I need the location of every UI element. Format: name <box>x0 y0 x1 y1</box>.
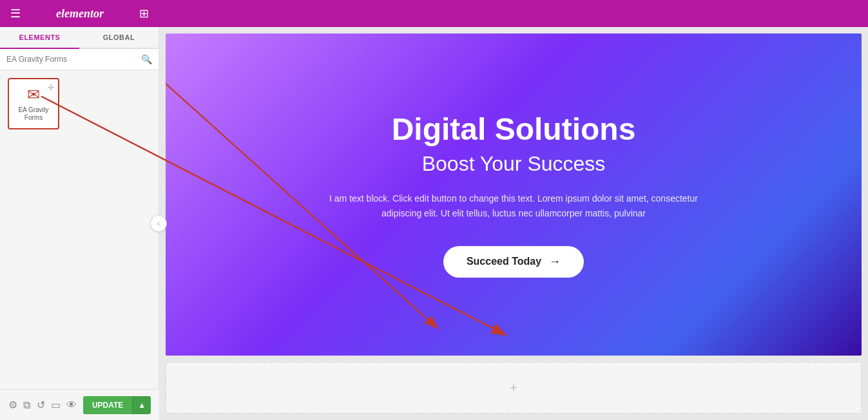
update-button[interactable]: UPDATE <box>83 396 132 414</box>
top-bar: ☰ elementor ⊞ <box>0 0 868 27</box>
update-button-group: UPDATE ▲ <box>83 396 151 414</box>
hero-subtitle: Boost Your Success <box>422 152 606 176</box>
main-area: ELEMENTS GLOBAL 🔍 ✛ ✉ EA Gravity Forms ‹… <box>0 27 868 420</box>
canvas-area: Digital Solutions Boost Your Success I a… <box>159 27 868 420</box>
sidebar: ELEMENTS GLOBAL 🔍 ✛ ✉ EA Gravity Forms ‹… <box>0 27 159 420</box>
hero-button-label: Succeed Today <box>467 256 541 267</box>
ea-gravity-forms-widget[interactable]: ✛ ✉ EA Gravity Forms <box>8 78 59 129</box>
drop-zone-icon: + <box>510 381 517 396</box>
widget-mail-icon: ✉ <box>27 86 40 104</box>
search-input[interactable] <box>6 55 141 64</box>
grid-icon[interactable]: ⊞ <box>139 6 149 21</box>
tab-global[interactable]: GLOBAL <box>79 27 159 48</box>
hero-section[interactable]: Digital Solutions Boost Your Success I a… <box>166 33 862 356</box>
drop-zone[interactable]: + <box>166 362 862 414</box>
update-dropdown-button[interactable]: ▲ <box>132 396 151 414</box>
responsive-icon[interactable]: ▭ <box>51 399 61 411</box>
hero-title: Digital Solutions <box>392 111 636 147</box>
sidebar-search: 🔍 <box>0 49 159 70</box>
collapse-handle[interactable]: ‹ <box>150 215 167 232</box>
top-bar-left: ☰ elementor ⊞ <box>0 6 159 21</box>
elementor-logo: elementor <box>56 7 104 21</box>
hero-button-arrow: → <box>549 255 561 269</box>
widget-label: EA Gravity Forms <box>9 106 58 122</box>
svg-line-1 <box>166 33 438 329</box>
hero-body-text: I am text block. Click edit button to ch… <box>320 191 707 220</box>
settings-icon[interactable]: ⚙ <box>8 399 17 411</box>
bottom-bar: ⚙ ⧉ ↺ ▭ 👁 UPDATE ▲ <box>0 389 159 420</box>
hero-cta-button[interactable]: Succeed Today → <box>443 246 584 278</box>
preview-icon[interactable]: 👁 <box>66 399 77 411</box>
search-icon: 🔍 <box>141 54 152 64</box>
history-icon[interactable]: ↺ <box>37 399 45 411</box>
hamburger-icon[interactable]: ☰ <box>10 6 21 21</box>
tab-elements[interactable]: ELEMENTS <box>0 27 79 49</box>
move-icon: ✛ <box>48 83 54 92</box>
layers-icon[interactable]: ⧉ <box>23 399 30 411</box>
sidebar-tabs: ELEMENTS GLOBAL <box>0 27 159 49</box>
